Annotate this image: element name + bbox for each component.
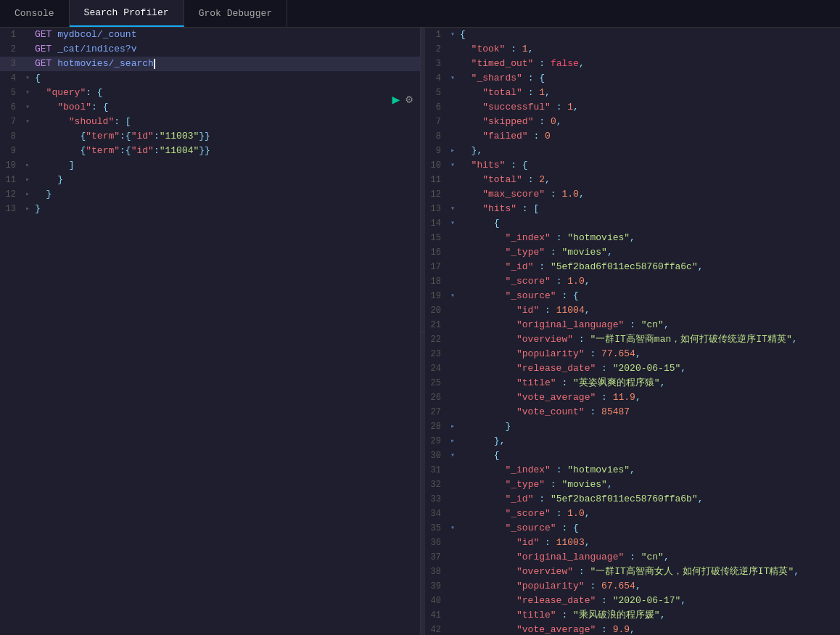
table-row: 13▾ "hits" : [ [425, 202, 840, 216]
left-code-area[interactable]: 1GET mydbcol/_count2GET _cat/indices?v3G… [0, 28, 420, 635]
table-row: 12▸ } [0, 187, 420, 202]
table-row: 9▸ }, [425, 144, 840, 158]
tab-console[interactable]: Console [0, 0, 70, 27]
table-row: 8 "failed" : 0 [425, 129, 840, 144]
table-row: 37 "original_language" : "cn", [425, 550, 840, 565]
table-row: 11▸ } [0, 173, 420, 187]
table-row: 20 "id" : 11004, [425, 303, 840, 318]
table-row: 28▸ } [425, 419, 840, 434]
table-row: 2 "took" : 1, [425, 42, 840, 57]
table-row: 16 "_type" : "movies", [425, 245, 840, 260]
main-content: 1GET mydbcol/_count2GET _cat/indices?v3G… [0, 28, 840, 635]
table-row: 5▾ "query": { [0, 86, 420, 100]
table-row: 7 "skipped" : 0, [425, 115, 840, 129]
table-row: 2GET _cat/indices?v [0, 42, 420, 57]
table-row: 14▾ { [425, 216, 840, 231]
table-row: 26 "vote_average" : 11.9, [425, 390, 840, 405]
table-row: 1GET mydbcol/_count [0, 28, 420, 42]
run-button[interactable]: ▶ [392, 91, 400, 107]
table-row: 3 "timed_out" : false, [425, 57, 840, 71]
table-row: 33 "_id" : "5ef2bac8f011ec58760ffa6b", [425, 492, 840, 507]
table-row: 21 "original_language" : "cn", [425, 318, 840, 332]
table-row: 9 {"term":{"id":"11004"}} [0, 144, 420, 158]
table-row: 42 "vote_average" : 9.9, [425, 623, 840, 635]
table-row: 40 "release_date" : "2020-06-17", [425, 594, 840, 608]
table-row: 22 "overview" : "一群IT高智商man，如何打破传统逆序IT精英… [425, 332, 840, 347]
table-row: 15 "_index" : "hotmovies", [425, 231, 840, 245]
table-row: 35▾ "_source" : { [425, 521, 840, 536]
table-row: 7▾ "should": [ [0, 115, 420, 129]
table-row: 38 "overview" : "一群IT高智商女人，如何打破传统逆序IT精英"… [425, 565, 840, 579]
table-row: 32 "_type" : "movies", [425, 478, 840, 492]
table-row: 25 "title" : "英姿飒爽的程序猿", [425, 376, 840, 390]
table-row: 18 "_score" : 1.0, [425, 274, 840, 289]
table-row: 11 "total" : 2, [425, 173, 840, 187]
table-row: 34 "_score" : 1.0, [425, 507, 840, 521]
table-row: 3GET hotmovies/_search [0, 57, 420, 71]
tab-bar: Console Search Profiler Grok Debugger [0, 0, 840, 28]
table-row: 12 "max_score" : 1.0, [425, 187, 840, 202]
table-row: 10▾ "hits" : { [425, 158, 840, 173]
table-row: 23 "popularity" : 77.654, [425, 347, 840, 361]
tab-search-profiler[interactable]: Search Profiler [70, 0, 184, 27]
table-row: 29▸ }, [425, 434, 840, 448]
table-row: 24 "release_date" : "2020-06-15", [425, 361, 840, 376]
table-row: 8 {"term":{"id":"11003"}} [0, 129, 420, 144]
left-panel: 1GET mydbcol/_count2GET _cat/indices?v3G… [0, 28, 421, 635]
left-toolbar: ▶ ⚙ [392, 91, 413, 107]
settings-button[interactable]: ⚙ [405, 92, 413, 107]
table-row: 1▾{ [425, 28, 840, 42]
table-row: 31 "_index" : "hotmovies", [425, 463, 840, 478]
table-row: 17 "_id" : "5ef2bad6f011ec58760ffa6c", [425, 260, 840, 274]
table-row: 36 "id" : 11003, [425, 536, 840, 550]
table-row: 6▾ "bool": { [0, 100, 420, 115]
table-row: 39 "popularity" : 67.654, [425, 579, 840, 594]
tab-grok-debugger[interactable]: Grok Debugger [184, 0, 287, 27]
table-row: 30▾ { [425, 448, 840, 463]
table-row: 19▾ "_source" : { [425, 289, 840, 303]
table-row: 27 "vote_count" : 85487 [425, 405, 840, 419]
right-panel[interactable]: 1▾{2 "took" : 1,3 "timed_out" : false,4▾… [425, 28, 840, 635]
table-row: 13▸} [0, 202, 420, 216]
table-row: 5 "total" : 1, [425, 86, 840, 100]
table-row: 4▾{ [0, 71, 420, 86]
table-row: 10▸ ] [0, 158, 420, 173]
table-row: 4▾ "_shards" : { [425, 71, 840, 86]
table-row: 6 "successful" : 1, [425, 100, 840, 115]
table-row: 41 "title" : "乘风破浪的程序媛", [425, 608, 840, 623]
